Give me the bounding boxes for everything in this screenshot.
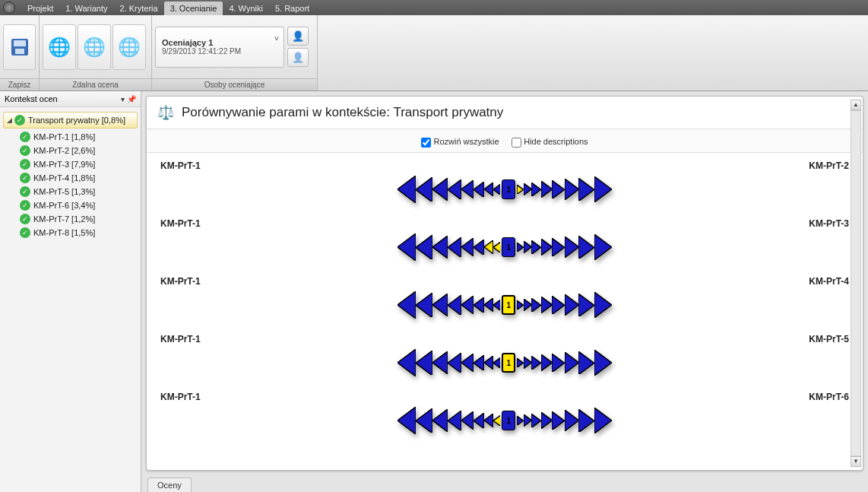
preference-arrow[interactable] — [578, 178, 594, 202]
hide-descriptions-checkbox[interactable]: Hide descriptions — [512, 137, 588, 146]
add-evaluator-button[interactable]: 👤 — [287, 27, 309, 46]
preference-arrow[interactable] — [398, 233, 416, 261]
preference-arrow[interactable] — [432, 294, 448, 316]
save-button[interactable] — [3, 24, 36, 70]
preference-arrow[interactable] — [552, 180, 565, 199]
preference-arrow[interactable] — [432, 236, 448, 259]
remote-button-3[interactable]: 🌐 — [112, 24, 146, 70]
preference-arrow[interactable] — [594, 176, 612, 202]
dropdown-icon[interactable]: ▾ 📌 — [121, 95, 136, 103]
preference-arrow[interactable] — [474, 297, 484, 313]
preference-arrow[interactable] — [594, 350, 612, 376]
tree-item[interactable]: ✓KM-PrT-7 [1,2%] — [3, 212, 138, 226]
equal-button[interactable]: 1 — [502, 237, 515, 257]
preference-arrow[interactable] — [517, 416, 523, 426]
preference-arrow[interactable] — [552, 411, 565, 430]
preference-arrow[interactable] — [461, 296, 474, 314]
collapse-icon[interactable]: ◢ — [7, 116, 14, 124]
preference-arrow[interactable] — [541, 412, 553, 429]
preference-arrow[interactable] — [432, 351, 448, 374]
preference-arrow[interactable] — [565, 179, 579, 200]
scroll-down-icon[interactable]: ▼ — [851, 456, 861, 467]
preference-arrow[interactable] — [474, 182, 484, 198]
preference-arrow[interactable] — [448, 237, 461, 258]
preference-arrow[interactable] — [484, 183, 493, 196]
preference-arrow[interactable] — [398, 407, 416, 434]
equal-button[interactable]: 1 — [502, 295, 515, 315]
equal-button[interactable]: 1 — [502, 179, 515, 199]
equal-button[interactable]: 1 — [502, 353, 515, 373]
remove-evaluator-button[interactable]: 👤 — [287, 48, 309, 67]
tree-item[interactable]: ✓KM-PrT-8 [1,5%] — [3, 226, 138, 240]
preference-arrow[interactable] — [578, 236, 594, 259]
preference-arrow[interactable] — [578, 409, 594, 433]
preference-arrow[interactable] — [493, 415, 501, 427]
menu-item[interactable]: 2. Kryteria — [113, 2, 163, 15]
menu-item[interactable]: 3. Ocenianie — [164, 2, 223, 15]
preference-arrow[interactable] — [565, 236, 579, 258]
preference-arrow[interactable] — [432, 178, 448, 201]
preference-arrow[interactable] — [484, 414, 493, 427]
tree-item[interactable]: ✓KM-PrT-6 [3,4%] — [3, 198, 138, 212]
preference-arrow[interactable] — [461, 354, 474, 372]
preference-arrow[interactable] — [552, 296, 565, 315]
preference-arrow[interactable] — [461, 180, 474, 198]
preference-arrow[interactable] — [432, 409, 448, 432]
preference-arrow[interactable] — [565, 410, 579, 431]
remote-button-2[interactable]: 🌐 — [78, 24, 111, 70]
preference-arrow[interactable] — [493, 184, 501, 195]
preference-arrow[interactable] — [493, 300, 501, 311]
preference-arrow[interactable] — [524, 241, 531, 253]
tab-oceny[interactable]: Oceny — [147, 478, 192, 492]
preference-arrow[interactable] — [398, 176, 416, 203]
preference-arrow[interactable] — [531, 183, 540, 197]
preference-arrow[interactable] — [578, 351, 594, 375]
preference-arrow[interactable] — [541, 181, 553, 198]
preference-arrow[interactable] — [517, 243, 523, 252]
preference-arrow[interactable] — [524, 299, 531, 311]
preference-arrow[interactable] — [474, 240, 484, 256]
preference-arrow[interactable] — [552, 238, 565, 257]
preference-arrow[interactable] — [474, 413, 484, 429]
preference-arrow[interactable] — [524, 183, 531, 195]
menu-item[interactable]: 4. Wyniki — [223, 2, 269, 15]
preference-arrow[interactable] — [565, 294, 579, 316]
tree-item[interactable]: ✓KM-PrT-1 [1,8%] — [3, 130, 138, 144]
menu-item[interactable]: 5. Raport — [269, 2, 315, 15]
preference-arrow[interactable] — [398, 291, 416, 319]
preference-arrow[interactable] — [517, 185, 523, 195]
preference-arrow[interactable] — [484, 240, 493, 254]
preference-arrow[interactable] — [484, 356, 493, 370]
tree-item[interactable]: ✓KM-PrT-2 [2,6%] — [3, 144, 138, 157]
evaluator-selector[interactable]: Oceniający 1 9/29/2013 12:41:22 PM ⅴ — [155, 27, 284, 68]
tree-root[interactable]: ◢ ✓ Transport prywatny [0,8%] — [3, 112, 138, 129]
preference-arrow[interactable] — [565, 352, 579, 373]
preference-arrow[interactable] — [541, 239, 553, 256]
preference-arrow[interactable] — [578, 294, 594, 317]
preference-arrow[interactable] — [448, 411, 461, 431]
preference-arrow[interactable] — [398, 349, 416, 376]
tree-item[interactable]: ✓KM-PrT-4 [1,8%] — [3, 171, 138, 185]
preference-arrow[interactable] — [531, 356, 540, 370]
preference-arrow[interactable] — [448, 353, 461, 373]
preference-arrow[interactable] — [484, 298, 493, 312]
preference-arrow[interactable] — [461, 411, 474, 430]
preference-arrow[interactable] — [448, 295, 461, 316]
tree-item[interactable]: ✓KM-PrT-5 [1,3%] — [3, 185, 138, 198]
preference-arrow[interactable] — [531, 414, 540, 428]
preference-arrow[interactable] — [517, 358, 523, 368]
preference-arrow[interactable] — [524, 357, 531, 369]
preference-arrow[interactable] — [541, 354, 553, 371]
menu-item[interactable]: 1. Warianty — [59, 2, 113, 15]
tree-item[interactable]: ✓KM-PrT-3 [7,9%] — [3, 157, 138, 171]
menu-item[interactable]: Projekt — [21, 2, 59, 15]
preference-arrow[interactable] — [416, 177, 432, 202]
preference-arrow[interactable] — [552, 354, 565, 373]
scroll-up-icon[interactable]: ▲ — [851, 100, 861, 110]
preference-arrow[interactable] — [416, 293, 432, 318]
vertical-scrollbar[interactable]: ▲ ▼ — [851, 100, 861, 467]
preference-arrow[interactable] — [594, 292, 612, 318]
preference-arrow[interactable] — [448, 179, 461, 200]
preference-arrow[interactable] — [493, 357, 501, 369]
preference-arrow[interactable] — [474, 355, 484, 371]
